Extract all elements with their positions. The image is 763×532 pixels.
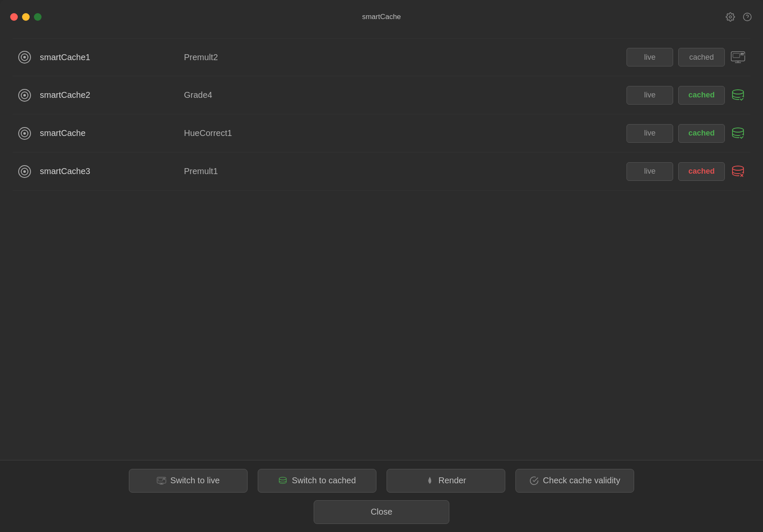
node-source: HueCorrect1 [184, 128, 627, 138]
table-row: smartCache2 Grade4 live cached [13, 76, 750, 114]
cached-button[interactable]: cached [678, 162, 725, 181]
svg-rect-10 [733, 53, 740, 58]
cached-button[interactable]: cached [678, 86, 725, 105]
node-actions: live cached [627, 162, 746, 181]
svg-point-21 [732, 128, 744, 132]
cached-ok-status-icon[interactable] [730, 87, 746, 103]
node-target-icon [17, 164, 32, 179]
render-label: Render [438, 476, 466, 485]
cached-button[interactable]: cached [678, 124, 725, 143]
switch-to-cached-label: Switch to cached [292, 476, 356, 485]
node-target-icon [17, 88, 32, 103]
svg-rect-34 [158, 478, 162, 481]
node-name: smartCache [40, 128, 184, 138]
check-cache-validity-button[interactable]: Check cache validity [515, 469, 634, 493]
node-source: Grade4 [184, 90, 627, 100]
footer-action-buttons: LIVE Switch to live Switch to cached [129, 469, 634, 493]
svg-point-0 [729, 16, 732, 18]
svg-text:LIVE: LIVE [163, 478, 166, 480]
maximize-window-button[interactable] [34, 13, 42, 21]
svg-point-37 [279, 477, 287, 479]
node-name: smartCache2 [40, 90, 184, 100]
table-row: smartCache HueCorrect1 live cached [13, 114, 750, 152]
node-target-icon [17, 50, 32, 65]
settings-icon[interactable] [725, 11, 736, 22]
close-window-button[interactable] [10, 13, 18, 21]
node-list: smartCache1 Premult2 live cached LI [13, 38, 750, 191]
minimize-window-button[interactable] [22, 13, 30, 21]
titlebar-icons [725, 11, 753, 22]
live-status-icon[interactable]: LIVE [730, 49, 746, 65]
svg-point-5 [23, 56, 26, 58]
node-actions: live cached [627, 124, 746, 143]
cached-button[interactable]: cached [678, 48, 725, 66]
cached-ok-status-icon[interactable] [730, 125, 746, 141]
app-window: smartCache [0, 0, 763, 532]
live-button[interactable]: live [627, 86, 673, 105]
footer: LIVE Switch to live Switch to cached [0, 460, 763, 532]
live-button[interactable]: live [627, 162, 673, 181]
node-actions: live cached [627, 86, 746, 105]
render-button[interactable]: Render [387, 469, 505, 493]
node-target-icon [17, 126, 32, 141]
svg-point-20 [23, 132, 26, 135]
traffic-lights [10, 13, 42, 21]
window-title: smartCache [362, 13, 401, 21]
node-source: Premult2 [184, 53, 627, 62]
titlebar: smartCache [0, 0, 763, 34]
main-content: smartCache1 Premult2 live cached LI [0, 34, 763, 460]
live-button[interactable]: live [627, 48, 673, 66]
node-name: smartCache1 [40, 53, 184, 62]
switch-to-live-button[interactable]: LIVE Switch to live [129, 469, 248, 493]
svg-point-1 [744, 13, 751, 21]
node-source: Premult1 [184, 166, 627, 176]
cached-error-status-icon[interactable] [730, 163, 746, 180]
help-icon[interactable] [742, 11, 753, 22]
switch-to-live-label: Switch to live [170, 476, 220, 485]
node-actions: live cached LIVE [627, 48, 746, 66]
svg-text:LIVE: LIVE [741, 53, 745, 56]
table-row: smartCache1 Premult2 live cached LI [13, 38, 750, 76]
svg-point-26 [732, 166, 744, 170]
svg-point-15 [23, 94, 26, 97]
close-button[interactable]: Close [314, 500, 449, 524]
live-button[interactable]: live [627, 124, 673, 143]
table-row: smartCache3 Premult1 live cached [13, 152, 750, 191]
switch-to-cached-button[interactable]: Switch to cached [258, 469, 376, 493]
svg-point-25 [23, 170, 26, 173]
check-cache-validity-label: Check cache validity [543, 476, 620, 485]
node-name: smartCache3 [40, 166, 184, 176]
svg-point-16 [732, 90, 744, 94]
